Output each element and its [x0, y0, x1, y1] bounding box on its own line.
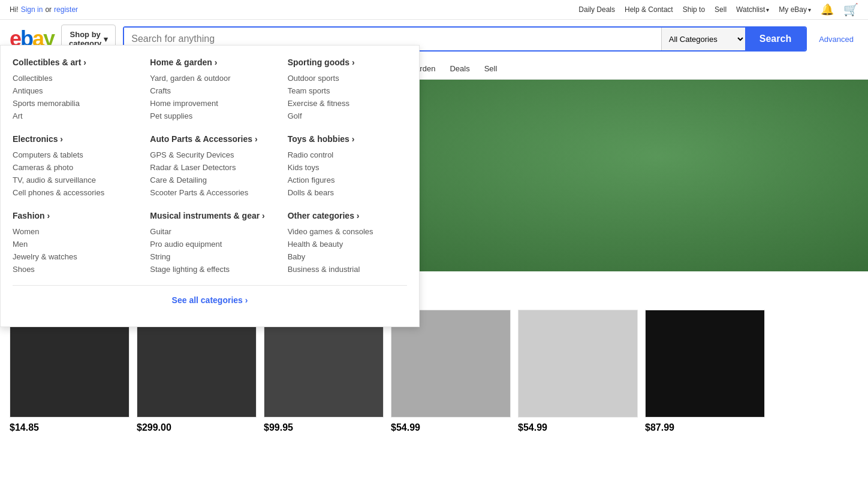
nav-item-sell[interactable]: Sell — [477, 58, 505, 79]
bell-icon[interactable]: 🔔 — [821, 3, 834, 16]
dropdown-item[interactable]: Jewelry & watches — [13, 250, 132, 263]
dropdown-item[interactable]: Business & industrial — [288, 263, 407, 276]
deal-item[interactable]: $54.99 — [391, 310, 511, 433]
dropdown-section-title-3[interactable]: Electronics › — [13, 134, 63, 144]
deal-item[interactable]: $87.99 — [645, 310, 765, 433]
my-ebay-btn[interactable]: My eBay ▾ — [779, 5, 811, 14]
deal-price: $299.00 — [137, 422, 257, 433]
deal-item[interactable]: $299.00 — [137, 310, 257, 433]
dropdown-item[interactable]: Home improvement — [150, 97, 269, 110]
sign-in-link[interactable]: Sign in — [21, 5, 43, 14]
deal-item[interactable]: $99.95 — [264, 310, 384, 433]
dropdown-item[interactable]: Radio control — [288, 149, 407, 161]
search-button[interactable]: Search — [745, 28, 806, 50]
dropdown-item[interactable]: Kids toys — [288, 161, 407, 174]
see-all-link[interactable]: See all categories › — [172, 295, 248, 305]
dropdown-item[interactable]: TV, audio & surveillance — [13, 174, 132, 186]
shop-by-chevron-icon: ▾ — [104, 35, 108, 44]
dropdown-item[interactable]: Cell phones & accessories — [13, 186, 132, 199]
cart-icon[interactable]: 🛒 — [843, 2, 858, 17]
sell-link[interactable]: Sell — [715, 5, 727, 14]
deal-price: $54.99 — [391, 422, 511, 433]
deal-price: $54.99 — [518, 422, 638, 433]
dropdown-item[interactable]: Exercise & fitness — [288, 97, 407, 110]
dropdown-section-header-5: Toys & hobbies › — [288, 134, 407, 144]
dropdown-section-6: Fashion ›WomenMenJewelry & watchesShoes — [13, 211, 132, 276]
help-contact-link[interactable]: Help & Contact — [625, 5, 673, 14]
dropdown-section-header-6: Fashion › — [13, 211, 132, 220]
dropdown-item[interactable]: Care & Detailing — [150, 174, 269, 186]
dropdown-item[interactable]: Shoes — [13, 263, 132, 276]
daily-deals-link[interactable]: Daily Deals — [578, 5, 615, 14]
dropdown-item[interactable]: Outdoor sports — [288, 72, 407, 84]
dropdown-section-title-1[interactable]: Home & garden › — [150, 58, 217, 67]
advanced-link[interactable]: Advanced — [814, 35, 858, 44]
category-select[interactable]: All Categories — [661, 28, 745, 50]
dropdown-item[interactable]: Crafts — [150, 84, 269, 97]
dropdown-section-header-8: Other categories › — [288, 211, 407, 220]
dropdown-item[interactable]: Scooter Parts & Accessories — [150, 186, 269, 199]
dropdown-section-2: Sporting goods ›Outdoor sportsTeam sport… — [288, 58, 407, 122]
dropdown-section-title-2[interactable]: Sporting goods › — [288, 58, 355, 67]
dropdown-section-header-0: Collectibles & art › — [13, 58, 132, 67]
dropdown-item[interactable]: Video games & consoles — [288, 225, 407, 238]
deal-price: $14.85 — [10, 422, 129, 433]
hero-image — [347, 80, 868, 271]
ship-to-link[interactable]: Ship to — [683, 5, 705, 14]
dropdown-section-header-7: Musical instruments & gear › — [150, 211, 269, 220]
top-bar-right: Daily Deals Help & Contact Ship to Sell … — [578, 2, 858, 17]
deal-price: $87.99 — [645, 422, 765, 433]
dropdown-item[interactable]: Collectibles — [13, 72, 132, 84]
top-bar-left: Hi! Sign in or register — [10, 5, 78, 14]
dropdown-item[interactable]: Baby — [288, 250, 407, 263]
dropdown-item[interactable]: Pet supplies — [150, 110, 269, 122]
dropdown-section-3: Electronics ›Computers & tabletsCameras … — [13, 134, 132, 199]
greeting-text: Hi! — [10, 5, 19, 14]
dropdown-section-title-7[interactable]: Musical instruments & gear › — [150, 211, 264, 220]
top-bar: Hi! Sign in or register Daily Deals Help… — [0, 0, 868, 20]
dropdown-item[interactable]: Dolls & bears — [288, 186, 407, 199]
dropdown-item[interactable]: Pro audio equipment — [150, 238, 269, 250]
dropdown-item[interactable]: Guitar — [150, 225, 269, 238]
dropdown-item[interactable]: Antiques — [13, 84, 132, 97]
dropdown-section-1: Home & garden ›Yard, garden & outdoorCra… — [150, 58, 269, 122]
dropdown-item[interactable]: Yard, garden & outdoor — [150, 72, 269, 84]
dropdown-item[interactable]: Cameras & photo — [13, 161, 132, 174]
watchlist-chevron-icon: ▾ — [766, 7, 769, 13]
dropdown-item[interactable]: Women — [13, 225, 132, 238]
dropdown-section-title-6[interactable]: Fashion › — [13, 211, 50, 220]
my-ebay-label: My eBay — [779, 5, 807, 14]
watchlist-label: Watchlist — [736, 5, 765, 14]
dropdown-item[interactable]: Team sports — [288, 84, 407, 97]
header-wrapper: ebay Shop by category ▾ All Categories S… — [0, 20, 868, 58]
deal-item[interactable]: $54.99 — [518, 310, 638, 433]
dropdown-item[interactable]: Golf — [288, 110, 407, 122]
dropdown-item[interactable]: Radar & Laser Detectors — [150, 161, 269, 174]
dropdown-item[interactable]: Action figures — [288, 174, 407, 186]
hero-image-overlay — [347, 80, 868, 271]
dropdown-section-title-4[interactable]: Auto Parts & Accessories › — [150, 134, 257, 144]
dropdown-item[interactable]: Health & beauty — [288, 238, 407, 250]
dropdown-section-title-8[interactable]: Other categories › — [288, 211, 360, 220]
dropdown-section-4: Auto Parts & Accessories ›GPS & Security… — [150, 134, 269, 199]
nav-item-deals[interactable]: Deals — [442, 58, 477, 79]
dropdown-item[interactable]: Stage lighting & effects — [150, 263, 269, 276]
dropdown-item[interactable]: Art — [13, 110, 132, 122]
dropdown-section-header-4: Auto Parts & Accessories › — [150, 134, 269, 144]
dropdown-item[interactable]: Computers & tablets — [13, 149, 132, 161]
category-dropdown: Collectibles & art ›CollectiblesAntiques… — [0, 45, 420, 327]
dropdown-item[interactable]: String — [150, 250, 269, 263]
dropdown-item[interactable]: GPS & Security Devices — [150, 149, 269, 161]
dropdown-section-header-2: Sporting goods › — [288, 58, 407, 67]
deal-item[interactable]: $14.85 — [10, 310, 129, 433]
dropdown-section-title-0[interactable]: Collectibles & art › — [13, 58, 86, 67]
dropdown-item[interactable]: Men — [13, 238, 132, 250]
dropdown-section-8: Other categories ›Video games & consoles… — [288, 211, 407, 276]
or-text: or — [45, 5, 52, 14]
dropdown-item[interactable]: Sports memorabilia — [13, 97, 132, 110]
register-link[interactable]: register — [54, 5, 78, 14]
dropdown-section-title-5[interactable]: Toys & hobbies › — [288, 134, 355, 144]
dropdown-section-header-1: Home & garden › — [150, 58, 269, 67]
see-all-categories: See all categories › — [13, 285, 407, 314]
watchlist-btn[interactable]: Watchlist ▾ — [736, 5, 769, 14]
